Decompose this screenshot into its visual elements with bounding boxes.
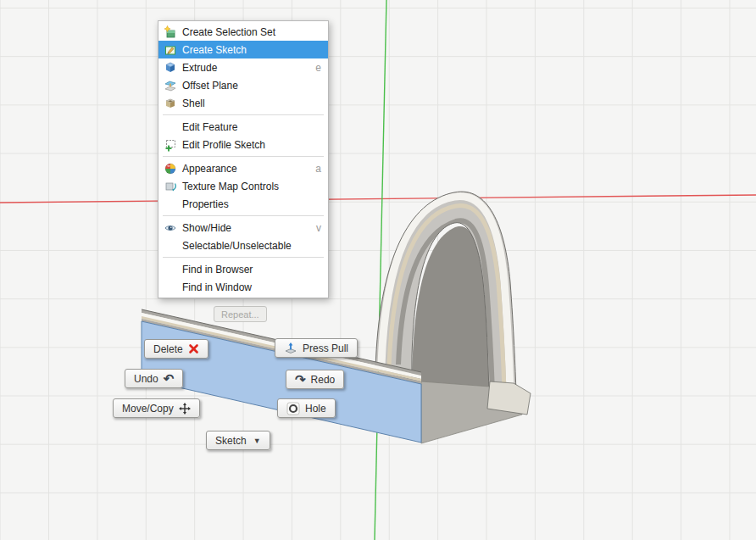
viewport-canvas[interactable]: Create Selection Set Create Sketch Extru… [0,0,756,540]
menu-item-label: Create Sketch [182,44,321,56]
appearance-icon [162,162,179,175]
menu-item-label: Texture Map Controls [182,181,321,192]
scene-3d [0,0,756,540]
menu-item-label: Find in Browser [182,264,321,276]
menu-item-label: Find in Window [182,281,321,293]
menu-item-label: Edit Profile Sketch [182,139,321,151]
menu-item-shortcut: e [315,62,321,74]
menu-item-appearance[interactable]: Appearance a [158,159,328,177]
show-hide-eye-icon [162,221,179,235]
menu-item-edit-feature[interactable]: Edit Feature [158,118,328,136]
menu-item-label: Edit Feature [182,121,321,133]
menu-item-find-in-browser[interactable]: Find in Browser [158,260,328,278]
undo-button[interactable]: Undo ↶ [125,369,183,388]
texture-map-icon [162,180,179,193]
menu-item-shortcut: a [315,163,321,175]
redo-button-label: Redo [311,374,336,386]
menu-item-label: Appearance [182,163,307,175]
hole-icon [286,402,300,415]
sketch-button-label: Sketch [215,435,247,447]
icon-placeholder [162,239,179,253]
icon-placeholder [162,263,179,276]
menu-separator [163,156,324,157]
menu-item-texture-map-controls[interactable]: Texture Map Controls [158,177,328,195]
move-cross-icon [179,403,191,415]
menu-item-label: Properties [182,198,321,210]
press-pull-button[interactable]: Press Pull [275,338,358,358]
menu-item-show-hide[interactable]: Show/Hide v [158,219,328,237]
menu-item-selectable-unselectable[interactable]: Selectable/Unselectable [158,237,328,254]
menu-item-properties[interactable]: Properties [158,195,328,213]
model-end-profile-face[interactable] [487,381,531,415]
dropdown-arrow-icon: ▼ [253,437,261,445]
extrude-icon [162,61,179,75]
sketch-dropdown-button[interactable]: Sketch ▼ [206,431,270,450]
menu-item-label: Extrude [182,62,307,74]
undo-arrow-icon: ↶ [164,372,175,385]
context-menu: Create Selection Set Create Sketch Extru… [158,20,329,298]
menu-item-create-sketch[interactable]: Create Sketch [158,41,328,58]
icon-placeholder [162,281,179,294]
edit-profile-sketch-icon [162,138,179,152]
menu-separator [163,114,324,115]
menu-item-label: Show/Hide [182,222,308,234]
hole-button[interactable]: Hole [277,398,336,418]
menu-item-label: Offset Plane [182,80,321,92]
move-copy-button-label: Move/Copy [122,403,174,415]
red-x-icon [188,343,199,354]
menu-item-find-in-window[interactable]: Find in Window [158,278,328,296]
menu-separator [163,215,324,216]
create-sketch-icon [162,43,179,57]
menu-item-offset-plane[interactable]: Offset Plane [158,76,328,94]
menu-item-edit-profile-sketch[interactable]: Edit Profile Sketch [158,136,328,153]
repeat-button-label: Repeat... [221,309,259,320]
redo-arrow-icon: ↷ [295,373,306,386]
selection-set-icon [162,25,179,39]
press-pull-button-label: Press Pull [303,342,348,354]
undo-button-label: Undo [134,373,158,385]
redo-button[interactable]: ↷ Redo [286,370,344,389]
press-pull-icon [284,342,297,355]
x-axis-line [0,195,756,203]
menu-item-create-selection-set[interactable]: Create Selection Set [158,23,328,41]
delete-button-label: Delete [153,343,183,355]
menu-item-label: Create Selection Set [182,26,321,38]
repeat-button: Repeat... [214,306,267,322]
menu-item-label: Shell [182,97,321,109]
move-copy-button[interactable]: Move/Copy [113,398,200,418]
offset-plane-icon [162,79,179,92]
menu-item-shell[interactable]: Shell [158,94,328,112]
menu-item-label: Selectable/Unselectable [182,240,321,252]
hole-button-label: Hole [305,403,326,415]
delete-button[interactable]: Delete [144,339,208,359]
menu-item-shortcut: v [316,222,321,234]
shell-icon [162,97,179,110]
menu-separator [163,257,324,258]
icon-placeholder [162,120,179,134]
menu-item-extrude[interactable]: Extrude e [158,58,328,76]
icon-placeholder [162,198,179,211]
y-axis-line [375,0,386,540]
